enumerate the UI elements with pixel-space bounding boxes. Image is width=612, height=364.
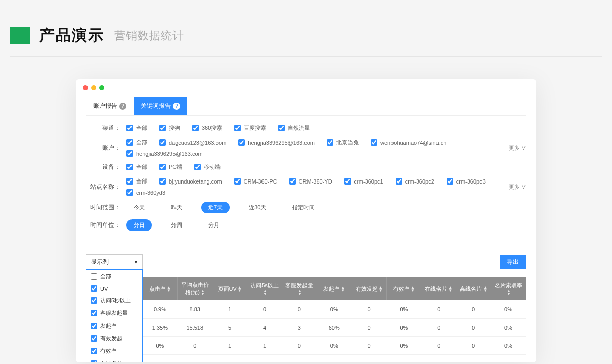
checkbox-input[interactable] [238, 139, 245, 146]
column-select[interactable]: 显示列 ▼ [86, 254, 143, 270]
filter-checkbox[interactable]: bj.yunduoketang.com [159, 178, 222, 185]
sort-icon[interactable]: ▲▼ [238, 286, 242, 292]
filter-checkbox[interactable]: CRM-360-PC [234, 178, 277, 185]
filter-checkbox[interactable]: 全部 [126, 139, 147, 146]
table-header-cell[interactable]: 点击率▲▼ [143, 277, 178, 300]
more-toggle[interactable]: 更多 ∨ [509, 144, 526, 152]
export-button[interactable]: 导出 [500, 255, 526, 269]
filter-checkbox[interactable]: 搜狗 [159, 124, 180, 132]
filter-checkbox[interactable]: crm-360yd3 [126, 189, 165, 196]
column-option[interactable]: 全部 [86, 270, 142, 283]
checkbox-input[interactable] [159, 139, 166, 146]
tab-account-report[interactable]: 账户报告 ? [86, 97, 134, 115]
sort-icon[interactable]: ▲▼ [201, 290, 205, 296]
time-pill[interactable]: 分日 [126, 219, 152, 231]
filter-checkbox[interactable]: hengjia3396295@163.com [238, 139, 315, 146]
table-header-cell[interactable]: 页面UV▲▼ [212, 277, 247, 300]
time-pill[interactable]: 近30天 [242, 202, 273, 213]
checkbox-input[interactable] [126, 189, 133, 196]
filter-checkbox[interactable]: wenbohuamao74@sina.cn [371, 139, 446, 146]
maximize-icon[interactable] [99, 85, 104, 90]
checkbox-input[interactable] [126, 178, 133, 185]
checkbox-input[interactable] [344, 178, 351, 185]
checkbox-input[interactable] [289, 178, 296, 185]
checkbox-input[interactable] [91, 323, 97, 329]
table-header-cell[interactable]: 离线名片▲▼ [456, 277, 491, 300]
filter-checkbox[interactable]: crm-360pc1 [344, 178, 383, 185]
column-option[interactable]: 有效发起 [86, 332, 142, 345]
column-option[interactable]: 有效率 [86, 345, 142, 357]
table-header-cell[interactable]: 平均点击价格(元)▲▼ [178, 277, 212, 300]
time-pill[interactable]: 分月 [201, 219, 227, 231]
sort-icon[interactable]: ▲▼ [263, 290, 267, 296]
help-icon[interactable]: ? [119, 103, 126, 110]
table-header-cell[interactable]: 在线名片▲▼ [421, 277, 456, 300]
checkbox-input[interactable] [234, 178, 241, 185]
checkbox-input[interactable] [91, 310, 97, 316]
checkbox-input[interactable] [447, 178, 453, 185]
checkbox-input[interactable] [159, 125, 166, 131]
filter-checkbox[interactable]: CRM-360-YD [289, 178, 332, 185]
checkbox-input[interactable] [192, 125, 199, 131]
checkbox-input[interactable] [234, 125, 241, 131]
filter-checkbox[interactable]: dagcuos123@163.com [159, 139, 226, 146]
filter-checkbox[interactable]: 全部 [126, 163, 147, 171]
column-option[interactable]: 发起率 [86, 320, 142, 332]
checkbox-input[interactable] [91, 297, 97, 304]
table-header-cell[interactable]: 客服发起量▲▼ [282, 277, 317, 300]
filter-checkbox[interactable]: crm-360pc2 [396, 178, 434, 185]
close-icon[interactable] [83, 85, 88, 90]
sort-icon[interactable]: ▲▼ [507, 290, 511, 296]
sort-icon[interactable]: ▲▼ [411, 286, 415, 292]
checkbox-input[interactable] [126, 125, 133, 131]
sort-icon[interactable]: ▲▼ [448, 286, 452, 292]
table-header-cell[interactable]: 访问5s以上▲▼ [247, 277, 282, 300]
table-header-cell[interactable]: 名片索取率▲▼ [491, 277, 526, 300]
filter-checkbox[interactable]: hengjia3396295@163.com [126, 150, 203, 157]
sort-icon[interactable]: ▲▼ [379, 286, 383, 292]
checkbox-input[interactable] [159, 178, 166, 185]
filter-checkbox[interactable]: crm-360pc3 [447, 178, 486, 185]
checkbox-input[interactable] [91, 335, 97, 342]
time-pill[interactable]: 分周 [164, 219, 189, 231]
sort-icon[interactable]: ▲▼ [167, 286, 171, 292]
checkbox-input[interactable] [327, 139, 333, 146]
more-toggle[interactable]: 更多 ∨ [509, 183, 526, 191]
checkbox-input[interactable] [371, 139, 377, 146]
help-icon[interactable]: ? [173, 103, 180, 110]
filter-checkbox[interactable]: PC端 [159, 163, 182, 171]
checkbox-input[interactable] [126, 150, 133, 157]
filter-checkbox[interactable]: 360搜索 [192, 124, 222, 132]
column-option[interactable]: 客服发起量 [86, 307, 142, 320]
tab-keyword-report[interactable]: 关键词报告 ? [134, 97, 187, 115]
checkbox-input[interactable] [91, 285, 97, 292]
table-header-cell[interactable]: 发起率▲▼ [317, 277, 352, 300]
filter-checkbox[interactable]: 自然流量 [278, 124, 310, 132]
minimize-icon[interactable] [91, 85, 96, 90]
checkbox-input[interactable] [91, 360, 97, 362]
filter-checkbox[interactable]: 百度搜索 [234, 124, 266, 132]
filter-checkbox[interactable]: 全部 [126, 177, 147, 185]
checkbox-input[interactable] [194, 164, 201, 170]
table-header-cell[interactable]: 有效发起▲▼ [352, 277, 386, 300]
checkbox-input[interactable] [159, 164, 166, 170]
filter-checkbox[interactable]: 北京当兔 [327, 139, 359, 146]
sort-icon[interactable]: ▲▼ [341, 286, 345, 292]
filter-checkbox[interactable]: 全部 [126, 124, 147, 132]
column-option[interactable]: 访问5秒以上 [86, 294, 142, 307]
checkbox-input[interactable] [278, 125, 285, 131]
sort-icon[interactable]: ▲▼ [298, 290, 302, 296]
checkbox-input[interactable] [126, 139, 133, 146]
filter-checkbox[interactable]: 移动端 [194, 163, 221, 171]
checkbox-input[interactable] [396, 178, 402, 185]
checkbox-input[interactable] [91, 273, 97, 280]
checkbox-input[interactable] [126, 164, 133, 170]
table-header-cell[interactable]: 有效率▲▼ [386, 277, 421, 300]
time-pill[interactable]: 今天 [126, 202, 152, 213]
checkbox-input[interactable] [91, 348, 97, 354]
column-option[interactable]: 在线名片 [86, 357, 142, 362]
column-option[interactable]: UV [86, 283, 142, 294]
sort-icon[interactable]: ▲▼ [483, 286, 487, 292]
time-pill[interactable]: 近7天 [201, 202, 230, 213]
time-pill[interactable]: 昨天 [164, 202, 189, 213]
